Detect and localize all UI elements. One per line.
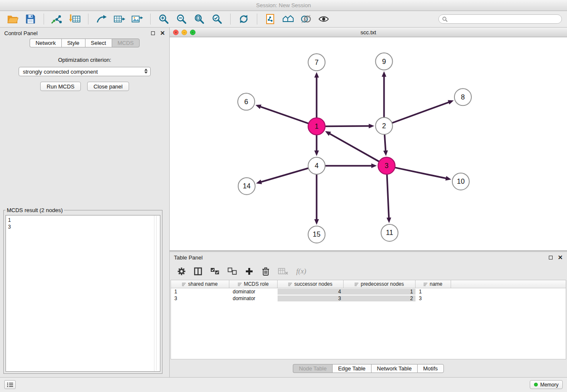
show-columns-button[interactable] [194, 267, 202, 276]
table-panel: Table Panel ✕ [170, 252, 567, 377]
network-canvas[interactable]: 7968124310141511 [170, 37, 567, 250]
open-session-button[interactable] [5, 13, 20, 25]
graph-node-1[interactable]: 1 [308, 118, 325, 135]
graph-node-14[interactable]: 14 [238, 178, 255, 195]
graph-edge-1-4[interactable] [314, 135, 319, 156]
tab-mcds[interactable]: MCDS [112, 39, 140, 47]
refresh-button[interactable] [236, 13, 251, 25]
graph-edge-4-15[interactable] [314, 174, 319, 225]
graph-node-3[interactable]: 3 [378, 157, 395, 174]
graph-edge-1-7[interactable] [314, 72, 319, 118]
graph-edge-4-3[interactable] [325, 163, 377, 168]
float-panel-icon[interactable] [151, 31, 155, 35]
memory-button[interactable]: Memory [530, 380, 563, 389]
graph-node-8[interactable]: 8 [454, 88, 471, 105]
result-scrollbar[interactable] [156, 216, 157, 370]
graph-node-11[interactable]: 11 [381, 224, 398, 241]
tab-node-table[interactable]: Node Table [293, 364, 332, 373]
table-row[interactable]: 1dominator411 [171, 288, 566, 295]
search-box[interactable] [438, 14, 562, 24]
graph-edge-1-2[interactable] [325, 124, 374, 128]
window-title: Session: New Session [256, 2, 311, 8]
graph-edge-2-3[interactable] [383, 134, 388, 156]
graph-node-6[interactable]: 6 [238, 93, 255, 110]
search-input[interactable] [450, 16, 558, 23]
tab-motifs[interactable]: Motifs [417, 364, 444, 373]
run-mcds-button[interactable]: Run MCDS [40, 82, 81, 91]
export-table-button[interactable] [112, 13, 127, 25]
import-table-button[interactable] [67, 13, 83, 25]
first-neighbors-button[interactable] [281, 13, 296, 25]
close-panel-button[interactable]: Close panel [87, 82, 129, 91]
graph-node-15[interactable]: 15 [308, 226, 325, 243]
zoom-out-button[interactable] [174, 13, 189, 25]
zoom-fit-button[interactable] [192, 13, 207, 25]
export-image-button[interactable] [129, 13, 145, 25]
delete-table-button[interactable] [278, 268, 288, 275]
graph-edge-1-6[interactable] [256, 105, 309, 124]
style-button[interactable] [298, 13, 314, 25]
graph-edge-3-10[interactable] [395, 168, 451, 181]
status-bar: Memory [0, 377, 567, 392]
float-table-panel-icon[interactable] [549, 256, 553, 259]
svg-text:9: 9 [382, 58, 386, 66]
show-hide-button[interactable] [316, 13, 331, 25]
zoom-selected-button[interactable] [209, 13, 225, 25]
tab-edge-table[interactable]: Edge Table [332, 364, 371, 373]
minimize-window-icon[interactable]: − [182, 30, 187, 35]
save-session-button[interactable] [23, 13, 38, 25]
criterion-dropdown[interactable]: strongly connected component [19, 67, 151, 76]
result-box-scrollbar [154, 215, 154, 371]
graph-edge-4-14[interactable] [256, 168, 308, 184]
graph-node-10[interactable]: 10 [452, 173, 469, 190]
export-network-button[interactable] [94, 13, 109, 25]
graph-node-7[interactable]: 7 [308, 54, 325, 71]
graph-node-2[interactable]: 2 [376, 117, 393, 134]
tab-network[interactable]: Network [30, 39, 61, 47]
tab-style[interactable]: Style [61, 39, 85, 47]
function-builder-button[interactable]: f(x) [296, 267, 306, 276]
column-header-predecessor-nodes[interactable]: predecessor nodes [344, 280, 416, 288]
column-header-mcds-role[interactable]: MCDS role [229, 280, 278, 288]
table-cell: dominator [229, 295, 278, 301]
table-panel-tabs: Node TableEdge TableNetwork TableMotifs [170, 359, 567, 377]
graph-edge-2-8[interactable] [392, 100, 454, 123]
table-settings-button[interactable] [177, 267, 186, 276]
graph-edge-2-9[interactable] [382, 71, 386, 117]
close-window-icon[interactable]: ✕ [173, 30, 179, 35]
close-table-panel-icon[interactable]: ✕ [558, 254, 563, 260]
graph-edge-3-1[interactable] [325, 131, 379, 162]
select-all-columns-button[interactable] [210, 268, 220, 275]
close-panel-icon[interactable]: ✕ [160, 30, 165, 36]
tab-select[interactable]: Select [85, 39, 112, 47]
graph-edge-3-11[interactable] [386, 174, 391, 223]
network-document-button[interactable] [263, 13, 278, 25]
import-network-button[interactable] [50, 13, 65, 25]
mcds-result-title: MCDS result (2 nodes) [6, 207, 64, 213]
column-header-shared-name[interactable]: shared name [171, 280, 229, 288]
delete-column-button[interactable] [261, 267, 270, 276]
memory-status-icon [534, 383, 538, 386]
zoom-in-button[interactable] [156, 13, 171, 25]
checked-boxes-icon [210, 268, 220, 275]
table-cell: dominator [229, 289, 278, 295]
main-area: Control Panel ✕ NetworkStyleSelectMCDS O… [0, 28, 567, 377]
column-attr-icon [355, 282, 358, 286]
graph-node-4[interactable]: 4 [308, 157, 325, 174]
mcds-result-list[interactable]: 1 3 [6, 215, 160, 372]
column-header-name[interactable]: name [416, 280, 451, 288]
graph-node-9[interactable]: 9 [376, 53, 393, 70]
tab-network-table[interactable]: Network Table [371, 364, 417, 373]
column-header-filler [451, 280, 566, 288]
table-panel-title: Table Panel [174, 254, 203, 261]
table-row[interactable]: 3dominator323 [171, 295, 566, 302]
column-header-successor-nodes[interactable]: successor nodes [278, 280, 344, 288]
task-history-button[interactable] [4, 380, 16, 389]
unselect-all-columns-button[interactable] [228, 268, 237, 275]
network-graph[interactable]: 7968124310141511 [170, 37, 567, 250]
create-column-button[interactable] [245, 267, 253, 276]
maximize-window-icon[interactable]: + [190, 30, 195, 35]
export-table-icon [113, 14, 125, 25]
table-toolbar: f(x) [170, 263, 567, 280]
control-panel-tabs: NetworkStyleSelectMCDS [0, 39, 169, 47]
